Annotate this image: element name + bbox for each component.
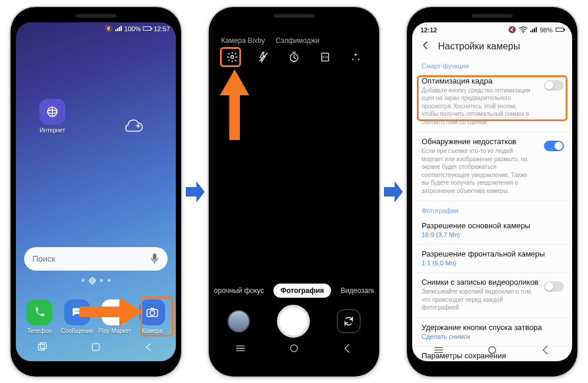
tab-bixby[interactable]: Камера Bixby [221, 36, 265, 45]
svg-point-24 [290, 345, 298, 352]
phone-camera: Камера Bixby Сэлфимоджи OFF 9:16 [209, 7, 379, 377]
search-input[interactable] [32, 254, 150, 264]
signal-icon [115, 26, 122, 31]
mic-icon[interactable] [150, 253, 159, 265]
phone-settings: 12:12 🔇 98% Настройки [407, 7, 577, 377]
row-desc: Если при съемке кто-то из людей моргает … [422, 147, 563, 195]
annotation-arrow-right [79, 297, 144, 329]
home-button[interactable] [90, 341, 102, 355]
back-button[interactable] [143, 341, 155, 355]
recents-button[interactable] [433, 345, 445, 357]
svg-rect-11 [39, 344, 45, 350]
row-front-resolution[interactable]: Разрешение фронтальной камеры 1:1 (6,0 М… [412, 245, 572, 273]
highlight-camera-app [141, 297, 173, 337]
row-sub: 1:1 (6,0 Мп) [422, 259, 563, 267]
widget-weather[interactable] [119, 114, 152, 140]
timer-button[interactable]: OFF [286, 49, 302, 65]
row-desc: Записывайте короткий видеоклип о том, чт… [422, 288, 563, 312]
recents-button[interactable] [36, 341, 48, 355]
search-bar[interactable] [24, 247, 168, 271]
phone-icon [26, 299, 52, 325]
mute-icon: 🔇 [508, 26, 516, 34]
svg-text:OFF: OFF [292, 60, 297, 63]
highlight-scene-optimizer [417, 75, 567, 121]
home-button[interactable] [288, 342, 300, 357]
svg-text:9:16: 9:16 [322, 55, 328, 58]
step-arrow [383, 180, 404, 204]
svg-rect-12 [41, 342, 46, 348]
gallery-thumbnail[interactable] [228, 310, 250, 332]
row-motion-photo[interactable]: Снимки с записью видеороликов Записывайт… [412, 273, 572, 318]
annotation-arrow-up [220, 69, 249, 142]
header: Настройки камеры [412, 34, 572, 56]
camera-top-tabs: Камера Bixby Сэлфимоджи [214, 33, 374, 47]
back-button[interactable] [540, 344, 552, 358]
mode-video[interactable]: Видеозапись [340, 287, 374, 295]
app-label: Интернет [36, 127, 69, 134]
svg-point-29 [489, 347, 496, 354]
camera-modes: ыборочный фокус Фотография Видеозапись [214, 284, 374, 298]
switch-camera-button[interactable] [337, 309, 360, 333]
ratio-button[interactable]: 9:16 [318, 49, 333, 65]
status-bar: 🔇 100% 12:57 [16, 22, 176, 34]
svg-rect-13 [92, 344, 99, 351]
android-navbar [214, 340, 374, 359]
row-rear-resolution[interactable]: Разрешение основной камеры 16:9 (3,7 Мп) [412, 217, 572, 245]
app-phone[interactable]: Телефон [23, 299, 56, 334]
row-title: Удержание кнопки спуска затвора [422, 323, 563, 332]
battery-pct: 98% [540, 26, 553, 34]
svg-point-6 [75, 310, 76, 311]
recents-button[interactable] [235, 344, 246, 355]
mode-photo[interactable]: Фотография [273, 284, 331, 298]
battery-pct: 100% [124, 25, 141, 32]
flash-button[interactable] [256, 49, 271, 65]
phone-home: 🔇 100% 12:57 Интернет [11, 7, 181, 377]
svg-point-25 [523, 32, 524, 33]
page-title: Настройки камеры [438, 41, 520, 52]
svg-rect-14 [79, 307, 119, 317]
row-flaw-detection[interactable]: Обнаружение недостатков Если при съемке … [412, 132, 572, 201]
row-sub: 16:9 (3,7 Мп) [422, 231, 563, 238]
row-sub: Сделать снимок [422, 333, 563, 340]
toggle-motion-photo[interactable] [544, 281, 564, 292]
section-photos: Фотографии [412, 201, 572, 217]
section-smart: Смарт-функции [412, 56, 572, 72]
clock: 12:57 [153, 25, 170, 32]
step-arrow [185, 180, 206, 204]
battery-icon [556, 28, 564, 32]
android-navbar [412, 341, 572, 361]
globe-icon [39, 99, 65, 125]
page-indicator [16, 279, 176, 284]
svg-point-7 [76, 310, 78, 311]
row-title: Разрешение фронтальной камеры [422, 249, 563, 258]
wifi-icon [519, 26, 527, 34]
home-button[interactable] [486, 344, 498, 358]
android-navbar [16, 339, 176, 358]
signal-icon [530, 27, 537, 32]
effects-button[interactable] [348, 49, 363, 65]
mute-icon: 🔇 [105, 25, 113, 32]
back-button[interactable] [420, 40, 431, 53]
cloud-plus-icon [119, 114, 145, 140]
battery-icon [143, 26, 151, 31]
tab-aremoji[interactable]: Сэлфимоджи [276, 36, 320, 45]
shutter-button[interactable] [277, 305, 310, 338]
row-title: Разрешение основной камеры [422, 221, 563, 230]
back-button[interactable] [342, 342, 353, 357]
toggle-flaw-detection[interactable] [544, 141, 564, 151]
row-title: Обнаружение недостатков [422, 137, 563, 146]
app-internet[interactable]: Интернет [36, 99, 69, 134]
svg-rect-5 [153, 254, 156, 260]
mode-selective[interactable]: ыборочный фокус [214, 287, 264, 295]
clock: 12:12 [420, 26, 437, 34]
row-title: Снимки с записью видеороликов [422, 278, 563, 287]
highlight-settings-button [220, 47, 241, 67]
app-label: Телефон [23, 328, 56, 334]
status-bar: 12:12 🔇 98% [412, 22, 572, 34]
